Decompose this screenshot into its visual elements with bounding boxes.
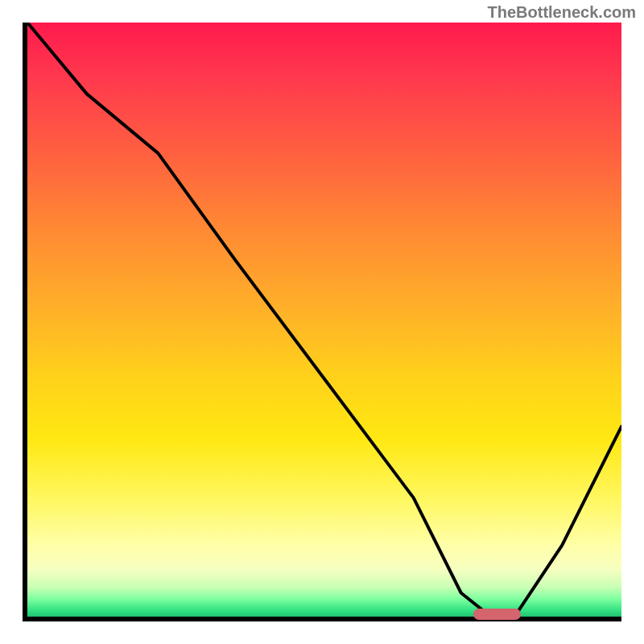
chart-container: TheBottleneck.com xyxy=(0,0,644,644)
watermark-text: TheBottleneck.com xyxy=(488,3,636,22)
plot-area xyxy=(23,23,621,621)
bottleneck-curve xyxy=(27,23,621,617)
valley-marker xyxy=(473,609,521,620)
